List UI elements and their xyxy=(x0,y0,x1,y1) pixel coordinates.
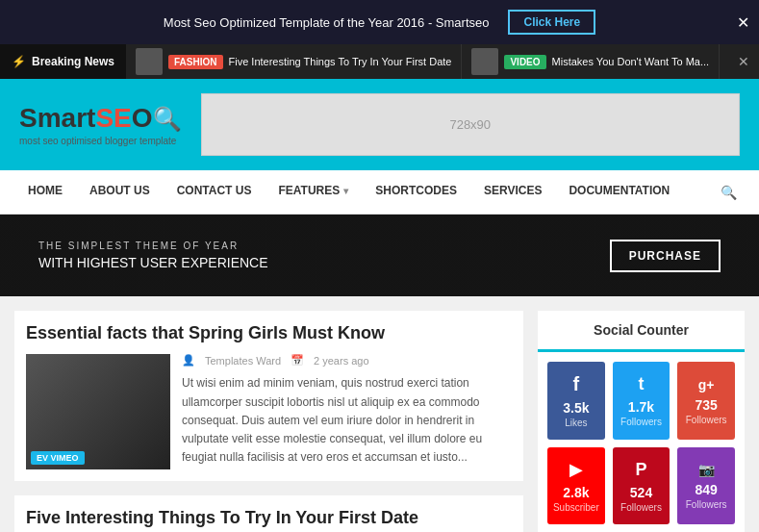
twitter-count: 1.7k xyxy=(628,399,654,415)
nav-services[interactable]: SERVICES xyxy=(470,170,555,214)
article-title-1[interactable]: Essential facts that Spring Girls Must K… xyxy=(26,322,512,344)
breaking-item-2[interactable]: VIDEO Mistakes You Don't Want To Ma... xyxy=(462,44,720,79)
nav-contact-us[interactable]: CONTACT US xyxy=(164,170,266,214)
breaking-news-bar: ⚡ Breaking News FASHION Five Interesting… xyxy=(0,44,759,79)
pinterest-count: 524 xyxy=(630,485,652,500)
close-topbar-button[interactable]: ✕ xyxy=(737,13,749,32)
header-ad-banner: 728x90 xyxy=(201,93,740,156)
content-area: Essential facts that Spring Girls Must K… xyxy=(14,311,523,532)
article-text-1: Ut wisi enim ad minim veniam, quis nostr… xyxy=(182,374,512,467)
breaking-text-2: Mistakes You Don't Want To Ma... xyxy=(552,56,710,67)
hero-text: THE SIMPLEST THEME OF YEAR WITH HIGHEST … xyxy=(38,241,268,270)
twitter-icon: t xyxy=(638,374,644,394)
purchase-button[interactable]: PURCHASE xyxy=(610,240,721,272)
sidebar: Social Counter f 3.5k Likes t 1.7k Follo… xyxy=(538,311,745,532)
logo-magnifier-icon: 🔍 xyxy=(153,106,182,132)
article-thumb-1: EV VIMEO xyxy=(26,354,170,469)
features-dropdown-arrow: ▾ xyxy=(343,186,348,196)
social-card-youtube[interactable]: ▶ 2.8k Subscriber xyxy=(547,447,605,524)
article-content-1: Ut wisi enim ad minim veniam, quis nostr… xyxy=(182,376,482,464)
breaking-text-1: Five Interesting Things To Try In Your F… xyxy=(229,56,452,67)
logo-text: SmartSEO🔍 xyxy=(19,103,182,134)
click-here-button[interactable]: Click Here xyxy=(508,10,595,35)
site-logo[interactable]: SmartSEO🔍 most seo optimised blogger tem… xyxy=(19,103,182,146)
social-card-pinterest[interactable]: P 524 Followers xyxy=(613,447,670,524)
user-icon: 👤 xyxy=(182,354,195,367)
youtube-count: 2.8k xyxy=(563,485,589,500)
video-badge: VIDEO xyxy=(504,55,545,69)
date-1: 2 years ago xyxy=(314,355,368,367)
logo-tagline: most seo optimised blogger template xyxy=(19,136,182,146)
facebook-count: 3.5k xyxy=(563,400,589,416)
main-nav: HOME ABOUT US CONTACT US FEATURES ▾ SHOR… xyxy=(0,170,759,215)
search-icon[interactable]: 🔍 xyxy=(713,171,745,214)
lightning-icon: ⚡ xyxy=(12,55,26,68)
social-card-google[interactable]: g+ 735 Followers xyxy=(677,362,735,440)
pinterest-label: Followers xyxy=(620,502,662,513)
breaking-thumb-1 xyxy=(136,48,163,75)
article-body-1: EV VIMEO 👤 Templates Ward 📅 2 years ago … xyxy=(26,354,512,469)
breaking-item-1[interactable]: FASHION Five Interesting Things To Try I… xyxy=(126,44,462,79)
hero-subtitle: THE SIMPLEST THEME OF YEAR xyxy=(38,241,268,251)
article-card-1: Essential facts that Spring Girls Must K… xyxy=(14,311,523,481)
vimeo-badge: EV VIMEO xyxy=(31,451,85,465)
calendar-icon: 📅 xyxy=(291,354,304,367)
author-1: Templates Ward xyxy=(205,355,281,367)
fashion-badge: FASHION xyxy=(168,55,222,69)
hero-banner: THE SIMPLEST THEME OF YEAR WITH HIGHEST … xyxy=(0,215,759,296)
breaking-close-icon[interactable]: ✕ xyxy=(728,54,759,69)
instagram-icon: 📷 xyxy=(698,462,715,477)
article-info-1: 👤 Templates Ward 📅 2 years ago Ut wisi e… xyxy=(182,354,512,469)
logo-seo: SE xyxy=(95,103,131,133)
logo-o: O xyxy=(132,103,153,133)
site-header: SmartSEO🔍 most seo optimised blogger tem… xyxy=(0,79,759,170)
social-card-instagram[interactable]: 📷 849 Followers xyxy=(677,447,735,524)
article-meta-1: 👤 Templates Ward 📅 2 years ago xyxy=(182,354,512,367)
breaking-thumb-2 xyxy=(471,48,498,75)
main-layout: Essential facts that Spring Girls Must K… xyxy=(0,296,759,532)
google-label: Followers xyxy=(686,415,727,425)
google-count: 735 xyxy=(695,397,717,413)
nav-about-us[interactable]: ABOUT US xyxy=(76,170,164,214)
nav-home[interactable]: HOME xyxy=(14,170,76,214)
social-grid: f 3.5k Likes t 1.7k Followers g+ 735 Fol… xyxy=(538,352,745,532)
youtube-label: Subscriber xyxy=(553,502,599,513)
nav-documentation[interactable]: DOCUMENTATION xyxy=(555,170,683,214)
top-bar: Most Seo Optimized Template of the Year … xyxy=(0,0,759,44)
article-title-2[interactable]: Five Interesting Things To Try In Your F… xyxy=(26,507,512,529)
thumb-gradient-1: EV VIMEO xyxy=(26,354,170,469)
social-card-twitter[interactable]: t 1.7k Followers xyxy=(613,362,670,440)
breaking-news-items: FASHION Five Interesting Things To Try I… xyxy=(126,44,728,79)
hero-title: WITH HIGHEST USER EXPERIENCE xyxy=(38,255,268,270)
top-bar-message: Most Seo Optimized Template of the Year … xyxy=(164,15,490,30)
twitter-label: Followers xyxy=(620,417,662,427)
logo-smart: Smart xyxy=(19,103,95,133)
social-counter-title: Social Counter xyxy=(538,311,745,352)
article-card-2: Five Interesting Things To Try In Your F… xyxy=(14,495,523,532)
breaking-news-text: Breaking News xyxy=(32,55,114,68)
pinterest-icon: P xyxy=(635,460,646,480)
nav-shortcodes[interactable]: SHORTCODES xyxy=(362,170,470,214)
facebook-icon: f xyxy=(572,373,579,395)
ad-size-label: 728x90 xyxy=(449,117,491,132)
social-counter-widget: Social Counter f 3.5k Likes t 1.7k Follo… xyxy=(538,311,745,532)
instagram-count: 849 xyxy=(695,482,717,497)
nav-features[interactable]: FEATURES ▾ xyxy=(265,170,362,214)
facebook-label: Likes xyxy=(565,418,587,428)
breaking-news-label: ⚡ Breaking News xyxy=(0,44,126,79)
social-card-facebook[interactable]: f 3.5k Likes xyxy=(547,362,605,440)
youtube-icon: ▶ xyxy=(569,459,583,480)
instagram-label: Followers xyxy=(686,499,727,510)
google-icon: g+ xyxy=(698,377,715,393)
